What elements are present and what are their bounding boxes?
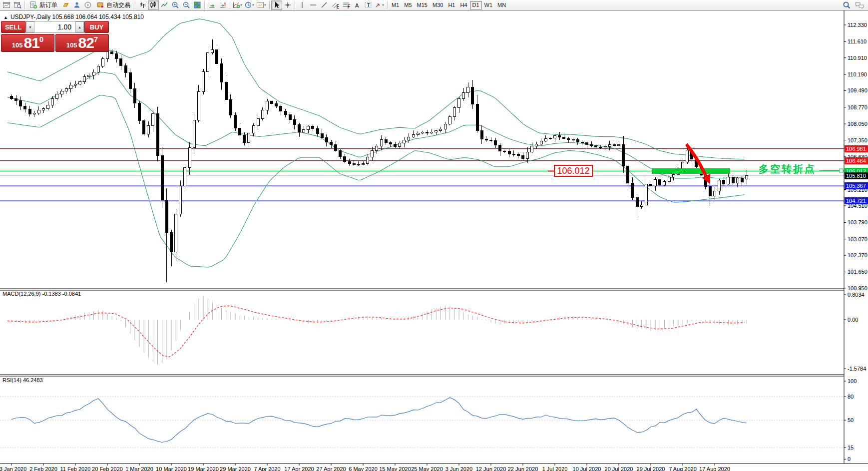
chat-icon[interactable] [854,0,865,10]
chart-shift-icon[interactable] [217,0,228,10]
collapse-panel-icon[interactable]: ▲ [3,15,8,20]
new-chart-icon[interactable] [1,0,12,10]
community-icon[interactable] [71,0,82,10]
signals-icon[interactable] [82,0,93,10]
toolbar-separator [135,1,135,9]
svg-text:101.650: 101.650 [848,269,868,275]
svg-text:110.910: 110.910 [848,55,867,61]
axis-price-label: 106.464 [845,157,868,164]
autotrading-icon [96,1,104,9]
crosshair-icon[interactable] [282,0,293,10]
svg-text:102.370: 102.370 [848,252,868,258]
svg-text:-1.5784: -1.5784 [848,366,866,372]
tile-windows-icon[interactable] [192,0,203,10]
svg-text:109.490: 109.490 [848,87,868,93]
svg-text:12 Jun 2020: 12 Jun 2020 [476,466,506,471]
buy-price-big: 82 [78,35,93,50]
cursor-icon[interactable] [271,0,282,10]
svg-text:1 Jul 2020: 1 Jul 2020 [542,466,568,471]
text-icon[interactable]: A [352,0,363,10]
svg-text:100.950: 100.950 [848,285,868,291]
volume-down-button[interactable]: ▼ [26,21,34,32]
bar-chart-icon[interactable] [137,0,148,10]
fibonacci-icon[interactable]: F [341,0,352,10]
timeframe-w1[interactable]: W1 [482,1,495,9]
timeframe-row: M1M5M15M30H1H4D1W1MN [389,1,508,9]
turning-point-annotation[interactable]: 多空转折点 [759,162,816,176]
toolbar-separator [269,1,270,9]
svg-text:23 Jan 2020: 23 Jan 2020 [0,466,26,471]
svg-text:0.00: 0.00 [848,317,858,323]
candlestick-chart-icon[interactable] [148,0,159,10]
timeframe-h4[interactable]: H4 [457,1,469,9]
buy-price-pip: 7 [94,35,98,43]
zoom-out-icon[interactable] [181,0,192,10]
timeframe-m1[interactable]: M1 [389,1,402,9]
svg-text:T: T [367,2,371,8]
price-tag-106012[interactable]: 106.012 [554,165,593,177]
axis-price-label: 104.721 [845,197,868,204]
svg-text:29 Jul 2020: 29 Jul 2020 [637,466,665,471]
annotation-anchor-handle [840,169,843,172]
main-toolbar: 新订单 自动交易 E F A T M1M5M15M30H1H4D1W1MN [0,0,868,10]
svg-text:17 Apr 2020: 17 Apr 2020 [284,466,314,471]
timeframe-m5[interactable]: M5 [402,1,414,9]
svg-text:100: 100 [848,378,857,384]
toolbar-separator [230,1,230,9]
svg-text:3 Jun 2020: 3 Jun 2020 [445,466,472,471]
search-icon[interactable] [841,0,852,10]
buy-price-handle: 105 [66,40,77,50]
auto-scroll-icon[interactable] [206,0,217,10]
vertical-line-icon[interactable] [297,0,308,10]
svg-text:80: 80 [848,394,854,400]
trading-platform-window: { "toolbar": { "new_order_label": "新订单",… [0,0,868,471]
timeframe-m15[interactable]: M15 [415,1,430,9]
axis-price-label: 106.981 [845,145,868,152]
svg-text:27 Apr 2020: 27 Apr 2020 [316,466,346,471]
timeframe-m30[interactable]: M30 [430,1,445,9]
toolbar-separator [204,1,205,9]
timeframe-h1[interactable]: H1 [445,1,457,9]
equidistant-channel-icon[interactable]: E [330,0,341,10]
templates-icon[interactable] [256,0,268,10]
volume-input[interactable]: 1.00 [34,21,75,32]
autotrading-button[interactable]: 自动交易 [93,0,133,10]
svg-text:112.330: 112.330 [848,22,867,28]
svg-text:108.050: 108.050 [848,121,868,127]
sell-price-box[interactable]: 105810 [1,34,54,52]
sell-price-pip: 0 [39,35,43,43]
timeframe-mn[interactable]: MN [495,1,508,9]
periods-icon[interactable] [244,0,256,10]
new-order-button[interactable]: 新订单 [26,0,60,10]
svg-text:20 Feb 2020: 20 Feb 2020 [92,466,123,471]
svg-text:7 Aug 2020: 7 Aug 2020 [669,466,697,471]
buy-button[interactable]: BUY [84,21,109,33]
indicators-icon[interactable] [232,0,244,10]
market-icon[interactable] [60,0,71,10]
svg-text:108.770: 108.770 [848,104,868,110]
svg-text:103.790: 103.790 [848,219,868,225]
trendline-icon[interactable] [319,0,330,10]
macd-label: MACD(12,26,9) -0.1383 -0.0841 [2,291,81,297]
svg-text:110.190: 110.190 [848,71,867,77]
svg-text:2 Feb 2020: 2 Feb 2020 [29,466,57,471]
chart-canvas[interactable]: 112.330111.610110.910110.190109.490108.7… [0,0,868,471]
chart-title: ▲USDJPY-,Daily 105.668 106.064 105.434 1… [3,13,144,20]
buy-price-box[interactable]: 105827 [55,34,109,52]
svg-text:0: 0 [848,456,851,462]
svg-text:E: E [337,3,340,9]
svg-text:10 Jul 2020: 10 Jul 2020 [573,466,601,471]
autotrading-label: 自动交易 [106,1,130,9]
line-chart-icon[interactable] [159,0,170,10]
arrows-icon[interactable] [374,0,386,10]
horizontal-line-icon[interactable] [308,0,319,10]
data-window-icon[interactable] [12,0,23,10]
toolbar-separator [295,1,295,9]
svg-text:0.8034: 0.8034 [848,292,865,298]
text-label-icon[interactable]: T [363,0,374,10]
sell-button[interactable]: SELL [1,21,25,33]
timeframe-d1[interactable]: D1 [470,1,482,9]
volume-up-button[interactable]: ▲ [75,21,84,32]
svg-text:15: 15 [848,445,854,451]
zoom-in-icon[interactable] [170,0,181,10]
